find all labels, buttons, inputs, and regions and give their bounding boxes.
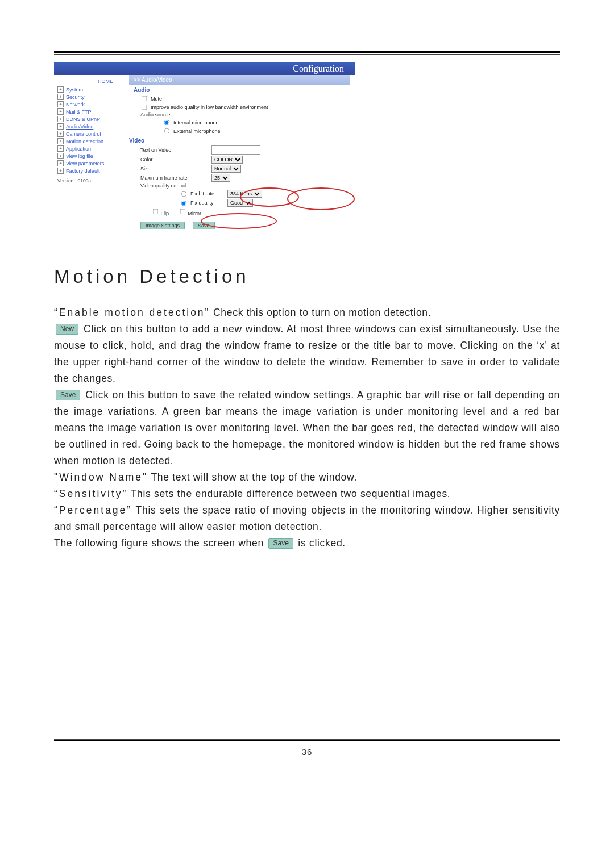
flip-checkbox[interactable] bbox=[153, 209, 159, 215]
improve-audio-checkbox[interactable] bbox=[142, 105, 147, 110]
text-on-video-label: Text on Video bbox=[140, 147, 209, 153]
improve-audio-label: Improve audio quality in low bandwidth e… bbox=[151, 105, 268, 110]
top-rule-thin bbox=[54, 54, 560, 55]
sidebar-item-label: Factory default bbox=[66, 168, 100, 174]
text: Click on this button to add a new window… bbox=[54, 323, 560, 384]
text: The following figure shows the screen wh… bbox=[54, 537, 267, 549]
annotation-circle-icon bbox=[201, 213, 277, 229]
mirror-label: Mirror bbox=[188, 211, 202, 216]
sidebar-item-view-parameters[interactable]: + View parameters bbox=[57, 160, 126, 167]
sidebar-item-camera-control[interactable]: + Camera control bbox=[57, 130, 126, 137]
sidebar-item-label: View log file bbox=[66, 153, 93, 159]
expand-icon[interactable]: + bbox=[57, 168, 64, 174]
mute-label: Mute bbox=[151, 96, 162, 102]
internal-mic-label: Internal microphone bbox=[173, 120, 219, 126]
figure-main: >> Audio/Video Audio Mute Improve audio … bbox=[129, 75, 355, 236]
sidebar-item-motion-detection[interactable]: + Motion detection bbox=[57, 137, 126, 145]
expand-icon[interactable]: + bbox=[57, 138, 64, 144]
prose-block: “Enable motion detection” Check this opt… bbox=[54, 304, 560, 552]
save-button-pill: Save bbox=[268, 538, 293, 549]
sidebar-item-label: View parameters bbox=[66, 161, 104, 166]
sidebar-version: Version : 0100a bbox=[57, 178, 126, 183]
mirror-checkbox[interactable] bbox=[180, 209, 186, 215]
fix-quality-label: Fix quality bbox=[190, 200, 225, 206]
sidebar-item-audio-video[interactable]: + Audio/Video bbox=[57, 123, 126, 130]
figure-sidebar: HOME + System + Security + Network + Mai… bbox=[54, 75, 129, 236]
text: The text will show at the top of the win… bbox=[148, 471, 357, 483]
size-label: Size bbox=[140, 166, 209, 172]
bottom-rule-thick bbox=[54, 740, 560, 741]
image-settings-button[interactable]: Image Settings bbox=[140, 222, 185, 229]
sidebar-item-ddns-upnp[interactable]: + DDNS & UPnP bbox=[57, 115, 126, 123]
fix-quality-radio[interactable] bbox=[181, 200, 187, 206]
text: Click on this button to save the related… bbox=[54, 389, 560, 466]
sidebar-item-network[interactable]: + Network bbox=[57, 101, 126, 108]
expand-icon[interactable]: + bbox=[57, 153, 64, 159]
sidebar-item-label: Motion detection bbox=[66, 139, 103, 144]
sidebar-item-factory-default[interactable]: + Factory default bbox=[57, 167, 126, 174]
mute-checkbox[interactable] bbox=[142, 96, 147, 102]
sidebar-item-label: Camera control bbox=[66, 131, 101, 137]
video-quality-control-label: Video quality control : bbox=[140, 183, 209, 189]
internal-mic-radio[interactable] bbox=[164, 120, 170, 126]
text: Check this option to turn on motion dete… bbox=[210, 307, 431, 318]
expand-icon[interactable]: + bbox=[57, 145, 64, 152]
size-select[interactable]: Normal bbox=[211, 165, 241, 173]
sidebar-item-label: Mail & FTP bbox=[66, 109, 92, 115]
expand-icon[interactable]: + bbox=[57, 86, 64, 93]
sidebar-item-label: Network bbox=[66, 102, 85, 107]
audio-source-label: Audio source bbox=[140, 112, 209, 118]
new-button-pill: New bbox=[56, 324, 78, 335]
max-frame-rate-label: Maximum frame rate bbox=[140, 175, 209, 181]
text: is clicked. bbox=[295, 537, 346, 549]
term-percentage: “Percentage” bbox=[54, 504, 132, 516]
page-number: 36 bbox=[54, 747, 560, 757]
expand-icon[interactable]: + bbox=[57, 101, 64, 107]
external-mic-radio[interactable] bbox=[164, 128, 170, 134]
term-sensitivity: “Sensitivity” bbox=[54, 488, 127, 499]
sidebar-item-label: DDNS & UPnP bbox=[66, 116, 100, 122]
sidebar-item-application[interactable]: + Application bbox=[57, 145, 126, 152]
figure-titlebar: Configuration bbox=[54, 62, 355, 75]
max-frame-rate-select[interactable]: 25 bbox=[211, 174, 230, 182]
color-select[interactable]: COLOR bbox=[211, 156, 243, 164]
fix-bit-rate-label: Fix bit rate bbox=[190, 191, 225, 197]
sidebar-item-mail-ftp[interactable]: + Mail & FTP bbox=[57, 108, 126, 115]
term-enable-motion-detection: “Enable motion detection” bbox=[54, 307, 210, 318]
config-panel-figure: Configuration HOME + System + Security +… bbox=[54, 62, 355, 236]
external-mic-label: External microphone bbox=[173, 128, 221, 134]
color-label: Color bbox=[140, 157, 209, 162]
sidebar-home[interactable]: HOME bbox=[57, 78, 126, 86]
flip-label: Flip bbox=[161, 211, 169, 216]
expand-icon[interactable]: + bbox=[57, 123, 64, 130]
annotation-circle-icon bbox=[240, 187, 299, 207]
section-audio: Audio bbox=[129, 85, 350, 94]
expand-icon[interactable]: + bbox=[57, 108, 64, 115]
expand-icon[interactable]: + bbox=[57, 116, 64, 122]
sidebar-item-system[interactable]: + System bbox=[57, 86, 126, 93]
sidebar-item-label: System bbox=[66, 87, 83, 93]
sidebar-item-label: Security bbox=[66, 94, 85, 100]
text-on-video-input[interactable] bbox=[211, 145, 260, 155]
fix-bit-rate-radio[interactable] bbox=[181, 191, 187, 197]
page-title: Motion Detection bbox=[54, 266, 560, 287]
sidebar-item-view-log[interactable]: + View log file bbox=[57, 152, 126, 160]
expand-icon[interactable]: + bbox=[57, 131, 64, 137]
save-button-pill: Save bbox=[56, 390, 80, 400]
top-rule-thick bbox=[54, 51, 560, 53]
term-window-name: "Window Name" bbox=[54, 471, 148, 483]
breadcrumb: >> Audio/Video bbox=[129, 75, 350, 85]
expand-icon[interactable]: + bbox=[57, 160, 64, 166]
expand-icon[interactable]: + bbox=[57, 94, 64, 100]
section-video: Video bbox=[129, 135, 350, 145]
sidebar-item-security[interactable]: + Security bbox=[57, 93, 126, 101]
sidebar-item-label: Audio/Video bbox=[66, 124, 93, 130]
text: This sets the endurable difference betwe… bbox=[127, 488, 450, 499]
sidebar-item-label: Application bbox=[66, 146, 91, 152]
